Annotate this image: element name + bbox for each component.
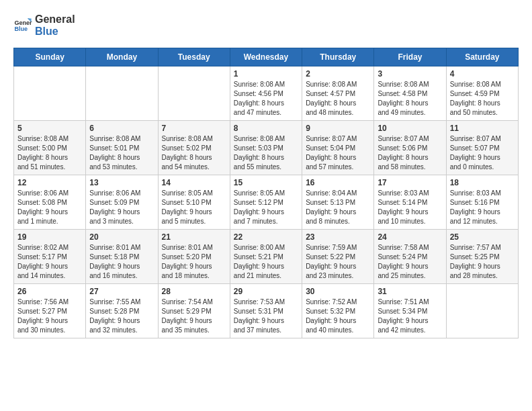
- logo-text-blue: Blue: [35, 26, 75, 38]
- day-number: 13: [89, 178, 154, 187]
- day-info: Sunrise: 8:00 AMSunset: 5:21 PMDaylight:…: [234, 243, 298, 281]
- day-number: 19: [17, 232, 82, 242]
- day-info: Sunrise: 8:07 AMSunset: 5:06 PMDaylight:…: [378, 134, 442, 172]
- calendar-cell: 18Sunrise: 8:03 AMSunset: 5:16 PMDayligh…: [446, 175, 518, 230]
- calendar-cell: 7Sunrise: 8:08 AMSunset: 5:02 PMDaylight…: [158, 121, 230, 175]
- day-number: 4: [450, 69, 515, 79]
- day-number: 26: [17, 287, 82, 296]
- day-number: 17: [378, 178, 442, 187]
- calendar-cell: 5Sunrise: 8:08 AMSunset: 5:00 PMDaylight…: [14, 121, 86, 175]
- weekday-header-sunday: Sunday: [14, 48, 86, 66]
- day-info: Sunrise: 8:04 AMSunset: 5:13 PMDaylight:…: [306, 189, 370, 226]
- day-info: Sunrise: 8:08 AMSunset: 5:01 PMDaylight:…: [89, 134, 154, 172]
- calendar-week-row: 12Sunrise: 8:06 AMSunset: 5:08 PMDayligh…: [14, 175, 519, 230]
- day-number: 16: [306, 178, 370, 187]
- page-header: General Blue General Blue: [13, 13, 519, 37]
- calendar-cell: 22Sunrise: 8:00 AMSunset: 5:21 PMDayligh…: [230, 230, 302, 284]
- day-number: 3: [378, 69, 442, 79]
- calendar-cell: 11Sunrise: 8:07 AMSunset: 5:07 PMDayligh…: [446, 121, 518, 175]
- calendar-cell: 8Sunrise: 8:08 AMSunset: 5:03 PMDaylight…: [230, 121, 302, 175]
- calendar-cell: 29Sunrise: 7:53 AMSunset: 5:31 PMDayligh…: [230, 284, 302, 338]
- calendar-week-row: 1Sunrise: 8:08 AMSunset: 4:56 PMDaylight…: [14, 66, 519, 121]
- weekday-header-row: SundayMondayTuesdayWednesdayThursdayFrid…: [14, 48, 519, 66]
- calendar-cell: 27Sunrise: 7:55 AMSunset: 5:28 PMDayligh…: [86, 284, 158, 338]
- weekday-header-saturday: Saturday: [446, 48, 518, 66]
- day-number: 22: [234, 232, 298, 242]
- day-number: 24: [378, 232, 442, 242]
- day-info: Sunrise: 8:06 AMSunset: 5:09 PMDaylight:…: [89, 189, 154, 226]
- calendar-cell: 1Sunrise: 8:08 AMSunset: 4:56 PMDaylight…: [230, 66, 302, 121]
- day-info: Sunrise: 8:08 AMSunset: 5:00 PMDaylight:…: [17, 134, 82, 172]
- calendar-week-row: 19Sunrise: 8:02 AMSunset: 5:17 PMDayligh…: [14, 230, 519, 284]
- day-info: Sunrise: 7:59 AMSunset: 5:22 PMDaylight:…: [306, 243, 370, 281]
- day-number: 28: [162, 287, 226, 296]
- day-info: Sunrise: 8:08 AMSunset: 4:57 PMDaylight:…: [306, 80, 370, 118]
- calendar-cell: 21Sunrise: 8:01 AMSunset: 5:20 PMDayligh…: [158, 230, 230, 284]
- calendar-cell: 24Sunrise: 7:58 AMSunset: 5:24 PMDayligh…: [374, 230, 446, 284]
- calendar-cell: 3Sunrise: 8:08 AMSunset: 4:58 PMDaylight…: [374, 66, 446, 121]
- day-info: Sunrise: 8:07 AMSunset: 5:04 PMDaylight:…: [306, 134, 370, 172]
- calendar-cell: 26Sunrise: 7:56 AMSunset: 5:27 PMDayligh…: [14, 284, 86, 338]
- weekday-header-thursday: Thursday: [302, 48, 374, 66]
- day-info: Sunrise: 8:03 AMSunset: 5:14 PMDaylight:…: [378, 189, 442, 226]
- day-info: Sunrise: 7:51 AMSunset: 5:34 PMDaylight:…: [378, 298, 442, 335]
- calendar-cell: [86, 66, 158, 121]
- day-info: Sunrise: 8:02 AMSunset: 5:17 PMDaylight:…: [17, 243, 82, 281]
- calendar-cell: 16Sunrise: 8:04 AMSunset: 5:13 PMDayligh…: [302, 175, 374, 230]
- day-number: 9: [306, 124, 370, 133]
- calendar-cell: 15Sunrise: 8:05 AMSunset: 5:12 PMDayligh…: [230, 175, 302, 230]
- day-info: Sunrise: 8:08 AMSunset: 4:58 PMDaylight:…: [378, 80, 442, 118]
- calendar-cell: [14, 66, 86, 121]
- day-number: 29: [234, 287, 298, 296]
- calendar-cell: 17Sunrise: 8:03 AMSunset: 5:14 PMDayligh…: [374, 175, 446, 230]
- day-info: Sunrise: 8:08 AMSunset: 4:56 PMDaylight:…: [234, 80, 298, 118]
- weekday-header-friday: Friday: [374, 48, 446, 66]
- day-info: Sunrise: 8:07 AMSunset: 5:07 PMDaylight:…: [450, 134, 515, 172]
- calendar-cell: 19Sunrise: 8:02 AMSunset: 5:17 PMDayligh…: [14, 230, 86, 284]
- calendar-cell: 23Sunrise: 7:59 AMSunset: 5:22 PMDayligh…: [302, 230, 374, 284]
- calendar-cell: 10Sunrise: 8:07 AMSunset: 5:06 PMDayligh…: [374, 121, 446, 175]
- day-number: 6: [89, 124, 154, 133]
- day-number: 1: [234, 69, 298, 79]
- calendar-week-row: 5Sunrise: 8:08 AMSunset: 5:00 PMDaylight…: [14, 121, 519, 175]
- day-number: 10: [378, 124, 442, 133]
- day-number: 15: [234, 178, 298, 187]
- calendar-cell: 25Sunrise: 7:57 AMSunset: 5:25 PMDayligh…: [446, 230, 518, 284]
- day-info: Sunrise: 7:56 AMSunset: 5:27 PMDaylight:…: [17, 298, 82, 335]
- day-number: 27: [89, 287, 154, 296]
- day-number: 23: [306, 232, 370, 242]
- calendar-cell: 30Sunrise: 7:52 AMSunset: 5:32 PMDayligh…: [302, 284, 374, 338]
- day-number: 12: [17, 178, 82, 187]
- calendar-cell: [446, 284, 518, 338]
- day-number: 5: [17, 124, 82, 133]
- calendar-cell: [158, 66, 230, 121]
- logo-text-general: General: [35, 13, 75, 26]
- day-number: 30: [306, 287, 370, 296]
- day-info: Sunrise: 8:08 AMSunset: 5:02 PMDaylight:…: [162, 134, 226, 172]
- calendar-cell: 13Sunrise: 8:06 AMSunset: 5:09 PMDayligh…: [86, 175, 158, 230]
- day-info: Sunrise: 7:54 AMSunset: 5:29 PMDaylight:…: [162, 298, 226, 335]
- day-number: 18: [450, 178, 515, 187]
- calendar-cell: 6Sunrise: 8:08 AMSunset: 5:01 PMDaylight…: [86, 121, 158, 175]
- calendar-cell: 2Sunrise: 8:08 AMSunset: 4:57 PMDaylight…: [302, 66, 374, 121]
- calendar-cell: 28Sunrise: 7:54 AMSunset: 5:29 PMDayligh…: [158, 284, 230, 338]
- day-info: Sunrise: 8:08 AMSunset: 5:03 PMDaylight:…: [234, 134, 298, 172]
- day-info: Sunrise: 8:01 AMSunset: 5:18 PMDaylight:…: [89, 243, 154, 281]
- calendar-header: SundayMondayTuesdayWednesdayThursdayFrid…: [14, 48, 519, 66]
- day-number: 8: [234, 124, 298, 133]
- day-info: Sunrise: 8:06 AMSunset: 5:08 PMDaylight:…: [17, 189, 82, 226]
- day-info: Sunrise: 7:52 AMSunset: 5:32 PMDaylight:…: [306, 298, 370, 335]
- calendar-cell: 9Sunrise: 8:07 AMSunset: 5:04 PMDaylight…: [302, 121, 374, 175]
- calendar-week-row: 26Sunrise: 7:56 AMSunset: 5:27 PMDayligh…: [14, 284, 519, 338]
- svg-text:Blue: Blue: [14, 26, 28, 32]
- logo-icon: General Blue: [13, 16, 32, 35]
- calendar-table: SundayMondayTuesdayWednesdayThursdayFrid…: [13, 48, 519, 338]
- logo: General Blue General Blue: [13, 13, 75, 37]
- day-info: Sunrise: 8:05 AMSunset: 5:10 PMDaylight:…: [162, 189, 226, 226]
- day-info: Sunrise: 8:08 AMSunset: 4:59 PMDaylight:…: [450, 80, 515, 118]
- day-info: Sunrise: 7:55 AMSunset: 5:28 PMDaylight:…: [89, 298, 154, 335]
- calendar-cell: 20Sunrise: 8:01 AMSunset: 5:18 PMDayligh…: [86, 230, 158, 284]
- day-info: Sunrise: 7:53 AMSunset: 5:31 PMDaylight:…: [234, 298, 298, 335]
- day-info: Sunrise: 7:57 AMSunset: 5:25 PMDaylight:…: [450, 243, 515, 281]
- day-number: 31: [378, 287, 442, 296]
